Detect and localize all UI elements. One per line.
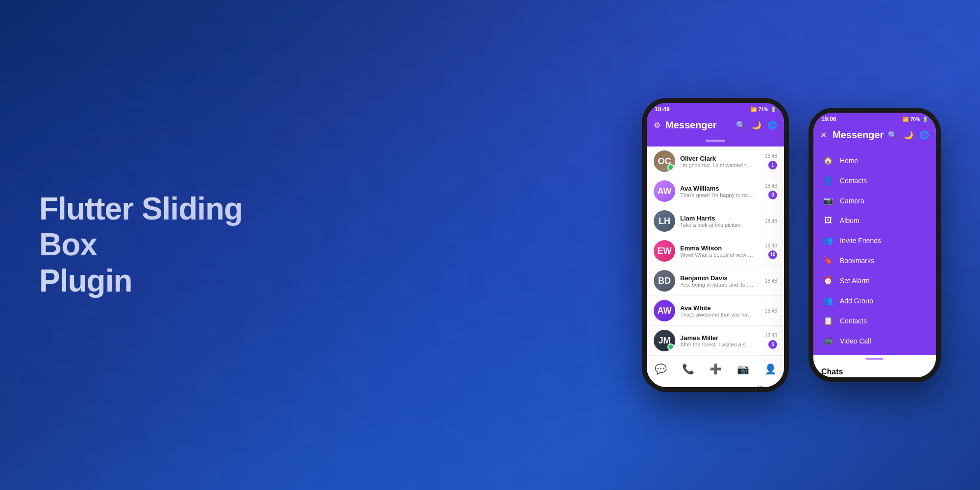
chat-info: Ava White That's awesome that you had a … [680,304,760,318]
chat-preview: Yes, being in nature and its tranquil... [680,282,754,288]
avatar: JM [654,330,675,351]
chats-handle-bar [866,358,883,360]
chats-scroll-handle [813,355,936,362]
avatar: OC [654,150,675,172]
globe-icon-2[interactable]: 🌐 [919,130,929,140]
sidebar-menu-item[interactable]: 🔖 Bookmarks [813,250,936,270]
chat-info: Oliver Clark I'm good too. I just wanted… [680,155,760,168]
menu-item-label: Invite Friends [840,237,881,245]
phone-1-status-icons: 📶 71% 🔋 [751,107,776,112]
menu-item-label: Bookmarks [840,257,874,265]
chat-name: Benjamin Davis [680,274,760,282]
unread-badge: 10 [768,250,777,259]
menu-item-icon: 👤 [823,176,833,185]
sidebar-menu-item[interactable]: 👥 Add Group [813,291,936,311]
chat-item[interactable]: OC Oliver Clark I'm good too. I just wan… [647,147,784,176]
recents-button[interactable]: ||| [758,385,763,387]
chat-meta: 18:48 1 [765,153,777,170]
nav-add-icon[interactable]: ➕ [707,360,724,378]
chat-time: 18:48 [765,153,777,159]
sidebar-menu-item[interactable]: 👥 Invite Friends [813,230,936,250]
search-icon[interactable]: 🔍 [736,121,746,130]
chat-name: Ava Williams [680,185,760,192]
chat-meta: 18:48 5 [765,333,777,349]
sidebar-menu-item[interactable]: 🖼 Album [813,211,936,230]
menu-item-label: Set Alarm [840,277,870,285]
avatar: BD [654,270,675,292]
moon-icon[interactable]: 🌙 [752,121,761,130]
chat-name: Ava White [680,304,760,312]
sidebar-menu-item[interactable]: ⏰ Set Alarm [813,270,936,291]
menu-item-label: Add Group [840,297,873,305]
chat-preview: Take a look at this picture [680,222,754,228]
avatar: LH [654,210,675,232]
messenger-logo-icon: ⚙ [654,121,661,130]
chat-time: 18:48 [765,278,777,284]
avatar: EW [654,240,675,262]
chat-info: Emma Wilson Wow! What a beautiful view! … [680,245,760,258]
phone-2-header-icons: 🔍 🌙 🌐 [888,130,929,140]
menu-item-label: Album [840,217,859,224]
chat-preview: That's awesome that you had a gre... [680,312,754,318]
nav-chat-icon[interactable]: 💬 [652,360,669,378]
chat-name: Liam Harris [680,215,760,222]
phone-1-time: 18:49 [655,106,670,113]
search-icon-2[interactable]: 🔍 [888,130,898,140]
chat-item[interactable]: EW Emma Wilson Wow! What a beautiful vie… [647,236,784,266]
sidebar-menu-item[interactable]: 📷 Camera [813,191,936,211]
phone-1-app-title: Messenger [665,120,732,131]
phone-1-status-bar: 18:49 📶 71% 🔋 [647,103,784,116]
globe-icon[interactable]: 🌐 [767,121,777,130]
menu-item-icon: 🖼 [823,216,833,225]
home-button[interactable]: ○ [712,385,716,387]
menu-item-icon: 👥 [823,296,833,305]
chat-preview: After the forest, I visited a small vill… [680,342,754,347]
chat-time: 18:48 [765,333,777,338]
phone-1-chat-list: OC Oliver Clark I'm good too. I just wan… [647,147,784,356]
menu-item-label: Video Call [840,337,871,345]
chat-item[interactable]: JM James Miller After the forest, I visi… [647,326,784,356]
sidebar-menu-item[interactable]: 🏠 Home [813,150,936,171]
phones-container: 18:49 📶 71% 🔋 ⚙ Messenger 🔍 🌙 🌐 [642,98,941,392]
nav-profile-icon[interactable]: 👤 [761,360,779,378]
avatar: AW [654,300,675,321]
menu-item-icon: 🏠 [823,156,833,165]
phone-2-app-title: Messenger [833,129,884,141]
sidebar-menu-item[interactable]: 📋 Contacts [813,311,936,331]
chats-panel-title: Chats [813,362,936,377]
menu-item-icon: 👥 [823,236,833,245]
unread-badge: 1 [768,161,777,170]
back-button[interactable]: ‹ [668,385,670,387]
chat-meta: 18:48 [765,278,777,284]
phone-1-header-icons: 🔍 🌙 🌐 [736,121,777,130]
chat-item[interactable]: BD Benjamin Davis Yes, being in nature a… [647,266,784,296]
chat-time: 18:48 [765,183,777,189]
chat-item[interactable]: LH Liam Harris Take a look at this pictu… [647,206,784,236]
chat-time: 18:48 [765,219,777,224]
unread-badge: 3 [768,191,777,199]
menu-item-icon: 📋 [823,316,833,325]
nav-camera-icon[interactable]: 📷 [734,360,752,378]
chat-meta: 18:48 10 [765,243,777,259]
sidebar-menu-item[interactable]: 📹 Video Call [813,331,936,351]
phone-1-app-header: ⚙ Messenger 🔍 🌙 🌐 [647,116,784,137]
menu-item-label: Home [840,157,858,165]
phone-1-bottom-nav: 💬 📞 ➕ 📷 👤 [647,356,784,381]
phone-2-status-icons: 📶 70% 🔋 [903,117,928,122]
phone-1-android-nav: ‹ ○ ||| [647,381,784,387]
chat-info: James Miller After the forest, I visited… [680,334,760,347]
menu-item-icon: ⏰ [823,276,833,285]
menu-item-icon: 📷 [823,196,833,205]
moon-icon-2[interactable]: 🌙 [904,130,913,140]
nav-call-icon[interactable]: 📞 [679,360,697,378]
handle-bar [706,140,725,142]
scroll-handle [647,137,784,147]
close-menu-icon[interactable]: ✕ [820,130,827,140]
chat-item[interactable]: AW Ava White That's awesome that you had… [647,296,784,326]
chat-info: Benjamin Davis Yes, being in nature and … [680,274,760,288]
sidebar-menu-item[interactable]: 👤 Contacts [813,171,936,191]
phone-2-status-bar: 19:06 📶 70% 🔋 [813,113,936,125]
chat-item[interactable]: AW Ava Williams That's great! I'm happy … [647,176,784,206]
chat-preview: Wow! What a beautiful view! I really... [680,252,754,258]
menu-item-label: Contacts [840,317,867,325]
